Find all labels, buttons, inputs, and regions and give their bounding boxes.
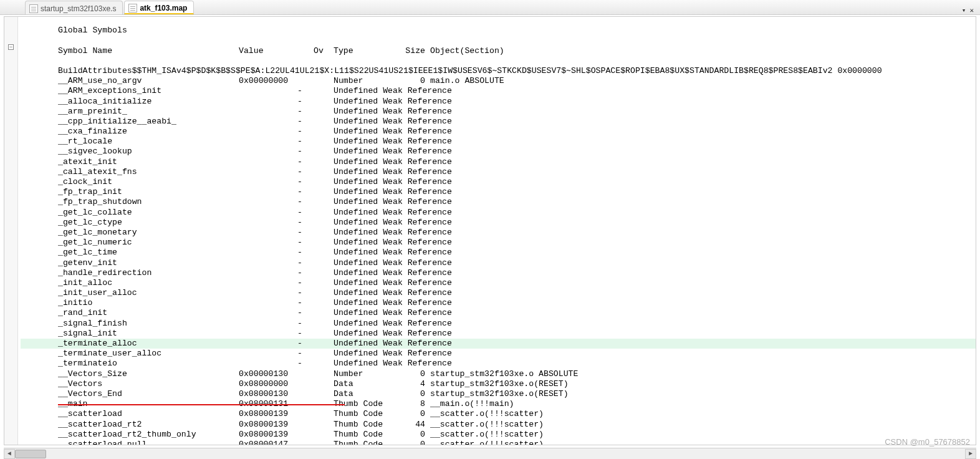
watermark: CSDN @m0_57678852	[885, 437, 970, 447]
tab-dropdown-icon[interactable]: ▾	[962, 6, 966, 14]
annotation-underline	[58, 404, 345, 405]
tab-active-label: atk_f103.map	[140, 4, 187, 12]
symbol-row: __sigvec_lookup-Undefined Weak Reference	[21, 147, 976, 157]
symbol-row: _init_alloc-Undefined Weak Reference	[21, 278, 976, 288]
symbol-row: __rt_locale-Undefined Weak Reference	[21, 137, 976, 147]
tab-close-icon[interactable]: ✕	[969, 6, 974, 14]
scroll-thumb[interactable]	[15, 450, 46, 458]
symbol-row: _fp_trap_init-Undefined Weak Reference	[21, 187, 976, 197]
symbol-row: __ARM_exceptions_init-Undefined Weak Ref…	[21, 86, 976, 96]
symbol-row: _terminate_user_alloc-Undefined Weak Ref…	[21, 349, 976, 359]
symbol-row: _init_user_alloc-Undefined Weak Referenc…	[21, 288, 976, 298]
symbol-row: _clock_init-Undefined Weak Reference	[21, 177, 976, 187]
symbol-row: _get_lc_time-Undefined Weak Reference	[21, 248, 976, 258]
tab-controls: ▾ ✕	[962, 6, 980, 14]
symbol-row: __alloca_initialize-Undefined Weak Refer…	[21, 97, 976, 107]
symbol-row: __scatterload0x08000139Thumb Code0 __sca…	[21, 409, 976, 419]
symbol-row: _get_lc_collate-Undefined Weak Reference	[21, 208, 976, 218]
text-line	[21, 16, 976, 26]
file-icon	[128, 4, 137, 12]
symbol-row: _get_lc_numeric-Undefined Weak Reference	[21, 238, 976, 248]
symbol-row: _rand_init-Undefined Weak Reference	[21, 308, 976, 318]
symbol-row: __cpp_initialize__aeabi_-Undefined Weak …	[21, 117, 976, 127]
symbol-row: __cxa_finalize-Undefined Weak Reference	[21, 127, 976, 137]
symbol-row: __ARM_use_no_argv0x00000000Number0 main.…	[21, 76, 976, 86]
symbol-row: _get_lc_ctype-Undefined Weak Reference	[21, 218, 976, 228]
file-icon	[29, 4, 38, 13]
symbol-row: __Vectors_Size0x00000130Number0 startup_…	[21, 369, 976, 379]
symbol-row: __Vectors0x08000000Data4 startup_stm32f1…	[21, 379, 976, 389]
symbol-row: _signal_finish-Undefined Weak Reference	[21, 319, 976, 329]
symbol-row: __Vectors_End0x08000130Data0 startup_stm…	[21, 389, 976, 399]
text-line: BuildAttributes$$THM_ISAv4$P$D$K$B$S$PE$…	[21, 66, 976, 76]
column-header-row: Symbol NameValueOvTypeSize Object(Sectio…	[21, 46, 976, 56]
symbol-row: __scatterload_rt20x08000139Thumb Code44 …	[21, 420, 976, 430]
text-line	[21, 36, 976, 46]
editor-content: Global Symbols Symbol NameValueOvTypeSiz…	[4, 16, 976, 445]
symbol-row: _signal_init-Undefined Weak Reference	[21, 329, 976, 339]
symbol-row: __arm_preinit_-Undefined Weak Reference	[21, 107, 976, 117]
horizontal-scrollbar[interactable]: ◄ ►	[4, 448, 976, 459]
symbol-row: _terminateio-Undefined Weak Reference	[21, 359, 976, 369]
symbol-row: __scatterload_null0x08000147Thumb Code0 …	[21, 440, 976, 445]
tab-inactive[interactable]: startup_stm32f103xe.s	[25, 1, 123, 14]
text-line: Global Symbols	[21, 26, 976, 36]
scroll-track[interactable]	[15, 449, 965, 459]
tab-bar: startup_stm32f103xe.s atk_f103.map ▾ ✕	[0, 0, 980, 15]
symbol-row: _call_atexit_fns-Undefined Weak Referenc…	[21, 167, 976, 177]
scroll-right-button[interactable]: ►	[965, 449, 976, 459]
symbol-row: _getenv_init-Undefined Weak Reference	[21, 258, 976, 268]
tab-active[interactable]: atk_f103.map	[124, 1, 194, 14]
symbol-row: _terminate_alloc-Undefined Weak Referenc…	[21, 339, 976, 349]
text-line	[21, 56, 976, 66]
symbol-row: __scatterload_rt2_thumb_only0x08000139Th…	[21, 430, 976, 440]
symbol-row: _handle_redirection-Undefined Weak Refer…	[21, 268, 976, 278]
scroll-left-button[interactable]: ◄	[4, 449, 15, 459]
symbol-row: _fp_trap_shutdown-Undefined Weak Referen…	[21, 197, 976, 207]
tab-inactive-label: startup_stm32f103xe.s	[41, 4, 116, 13]
symbol-row: _atexit_init-Undefined Weak Reference	[21, 157, 976, 167]
symbol-row: _get_lc_monetary-Undefined Weak Referenc…	[21, 228, 976, 238]
symbol-row: _initio-Undefined Weak Reference	[21, 298, 976, 308]
editor-area[interactable]: − Global Symbols Symbol NameValueOvTypeS…	[4, 16, 976, 445]
